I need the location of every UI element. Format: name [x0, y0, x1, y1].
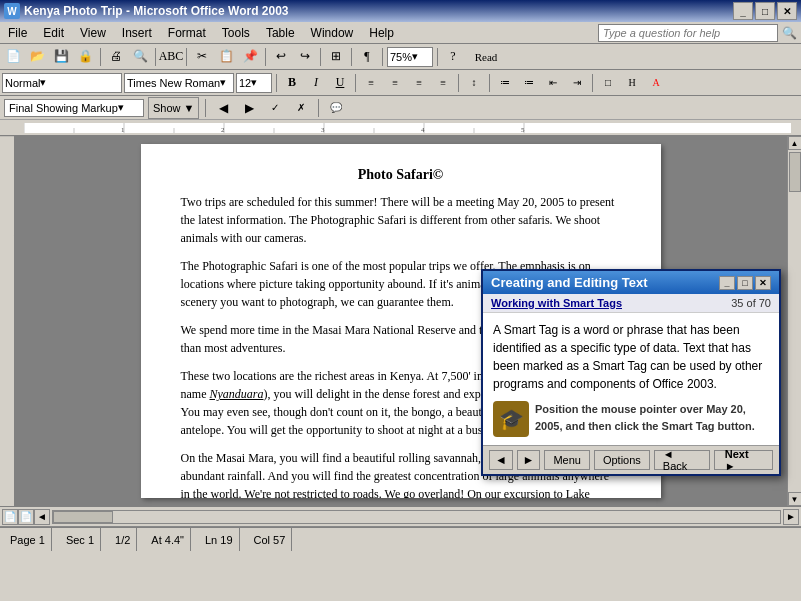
highlight-button[interactable]: H [621, 72, 643, 94]
copy-button[interactable]: 📋 [215, 46, 237, 68]
hscroll-track[interactable] [52, 510, 781, 524]
page-icon2[interactable]: 📄 [18, 509, 34, 525]
vertical-scrollbar[interactable]: ▲ ▼ [787, 136, 801, 506]
menu-file[interactable]: File [0, 22, 35, 43]
justify-button[interactable]: ≡ [432, 72, 454, 94]
accept-change-button[interactable]: ✓ [264, 97, 286, 119]
statusbar: Page 1 Sec 1 1/2 At 4.4" Ln 19 Col 57 [0, 527, 801, 551]
prev-change-button[interactable]: ◀ [212, 97, 234, 119]
doc-title: Photo Safari© [181, 164, 621, 185]
popup-titlebar: Creating and Editing Text _ □ ✕ [483, 271, 779, 294]
font-dropdown[interactable]: Times New Roman▾ [124, 73, 234, 93]
paste-button[interactable]: 📌 [239, 46, 261, 68]
popup-body-text: A Smart Tag is a word or phrase that has… [493, 321, 769, 393]
menu-format[interactable]: Format [160, 22, 214, 43]
read-button[interactable]: Read [466, 46, 506, 68]
next-change-button[interactable]: ▶ [238, 97, 260, 119]
scroll-left-button[interactable]: ◄ [34, 509, 50, 525]
bullets-button[interactable]: ≔ [494, 72, 516, 94]
cut-button[interactable]: ✂ [191, 46, 213, 68]
tracking-toolbar: Final Showing Markup▾ Show ▼ ◀ ▶ ✓ ✗ 💬 [0, 96, 801, 120]
show-button[interactable]: Show ▼ [148, 97, 199, 119]
status-pos: 1/2 [109, 528, 137, 551]
font-size-dropdown[interactable]: 12▾ [236, 73, 272, 93]
reject-change-button[interactable]: ✗ [290, 97, 312, 119]
decrease-indent-button[interactable]: ⇤ [542, 72, 564, 94]
popup-maximize[interactable]: □ [737, 276, 753, 290]
bold-button[interactable]: B [281, 72, 303, 94]
status-ln: Ln 19 [199, 528, 240, 551]
scroll-thumb[interactable] [789, 152, 801, 192]
print-button[interactable]: 🖨 [105, 46, 127, 68]
undo-button[interactable]: ↩ [270, 46, 292, 68]
sep5 [320, 48, 321, 66]
doc-para1: Two trips are scheduled for this summer!… [181, 193, 621, 247]
scroll-up-button[interactable]: ▲ [788, 136, 802, 150]
popup-nav-prev[interactable]: ◄ [489, 450, 513, 470]
help-search-area[interactable]: 🔍 [598, 24, 801, 42]
popup-controls[interactable]: _ □ ✕ [719, 276, 771, 290]
italic-button[interactable]: I [305, 72, 327, 94]
permission-button[interactable]: 🔒 [74, 46, 96, 68]
menu-insert[interactable]: Insert [114, 22, 160, 43]
new-button[interactable]: 📄 [2, 46, 24, 68]
window-title: Kenya Photo Trip - Microsoft Office Word… [24, 4, 289, 18]
show-hide-button[interactable]: ¶ [356, 46, 378, 68]
zoom-dropdown[interactable]: 75%▾ [387, 47, 433, 67]
popup-options-button[interactable]: Options [594, 450, 650, 470]
sep2 [155, 48, 156, 66]
insert-comment-button[interactable]: 💬 [325, 97, 347, 119]
menu-edit[interactable]: Edit [35, 22, 72, 43]
style-dropdown[interactable]: Normal▾ [2, 73, 122, 93]
menubar: File Edit View Insert Format Tools Table… [0, 22, 801, 44]
popup-footer: ◄ ► Menu Options ◄ Back Next ► [483, 445, 779, 474]
save-button[interactable]: 💾 [50, 46, 72, 68]
bottom-area: 📄 📄 ◄ ► Page 1 Sec 1 1/2 At 4.4" Ln 19 C… [0, 506, 801, 550]
numbering-button[interactable]: ≔ [518, 72, 540, 94]
increase-indent-button[interactable]: ⇥ [566, 72, 588, 94]
page-icon[interactable]: 📄 [2, 509, 18, 525]
redo-button[interactable]: ↪ [294, 46, 316, 68]
titlebar-left: W Kenya Photo Trip - Microsoft Office Wo… [4, 3, 289, 19]
menu-table[interactable]: Table [258, 22, 303, 43]
menu-help[interactable]: Help [361, 22, 402, 43]
align-right-button[interactable]: ≡ [408, 72, 430, 94]
popup-menu-button[interactable]: Menu [544, 450, 590, 470]
smart-tag-popup: Creating and Editing Text _ □ ✕ Working … [481, 269, 781, 476]
help-button[interactable]: ? [442, 46, 464, 68]
popup-title: Creating and Editing Text [491, 275, 648, 290]
table-button[interactable]: ⊞ [325, 46, 347, 68]
menu-tools[interactable]: Tools [214, 22, 258, 43]
print-preview-button[interactable]: 🔍 [129, 46, 151, 68]
standard-toolbar: 📄 📂 💾 🔒 🖨 🔍 ABC ✂ 📋 📌 ↩ ↪ ⊞ ¶ 75%▾ ? Rea… [0, 44, 801, 70]
hscroll-bar[interactable]: 📄 📄 ◄ ► [0, 507, 801, 527]
outside-border-button[interactable]: □ [597, 72, 619, 94]
hscroll-thumb[interactable] [53, 511, 113, 523]
help-search-input[interactable] [598, 24, 778, 42]
tracking-dropdown[interactable]: Final Showing Markup▾ [4, 99, 144, 117]
popup-back-button[interactable]: ◄ Back [654, 450, 710, 470]
menu-window[interactable]: Window [303, 22, 362, 43]
open-button[interactable]: 📂 [26, 46, 48, 68]
scroll-right-button[interactable]: ► [783, 509, 799, 525]
spell-button[interactable]: ABC [160, 46, 182, 68]
scroll-track[interactable] [789, 150, 801, 492]
line-spacing-button[interactable]: ↕ [463, 72, 485, 94]
font-color-button[interactable]: A [645, 72, 667, 94]
popup-next-button[interactable]: Next ► [714, 450, 773, 470]
popup-instruction: 🎓 Position the mouse pointer over May 20… [493, 401, 769, 437]
status-page: Page 1 [4, 528, 52, 551]
scroll-down-button[interactable]: ▼ [788, 492, 802, 506]
svg-text:4: 4 [421, 126, 425, 133]
popup-close[interactable]: ✕ [755, 276, 771, 290]
popup-nav-next[interactable]: ► [517, 450, 541, 470]
menu-view[interactable]: View [72, 22, 114, 43]
align-center-button[interactable]: ≡ [384, 72, 406, 94]
window-controls[interactable]: _ □ ✕ [733, 2, 797, 20]
underline-button[interactable]: U [329, 72, 351, 94]
close-button[interactable]: ✕ [777, 2, 797, 20]
align-left-button[interactable]: ≡ [360, 72, 382, 94]
popup-minimize[interactable]: _ [719, 276, 735, 290]
maximize-button[interactable]: □ [755, 2, 775, 20]
minimize-button[interactable]: _ [733, 2, 753, 20]
